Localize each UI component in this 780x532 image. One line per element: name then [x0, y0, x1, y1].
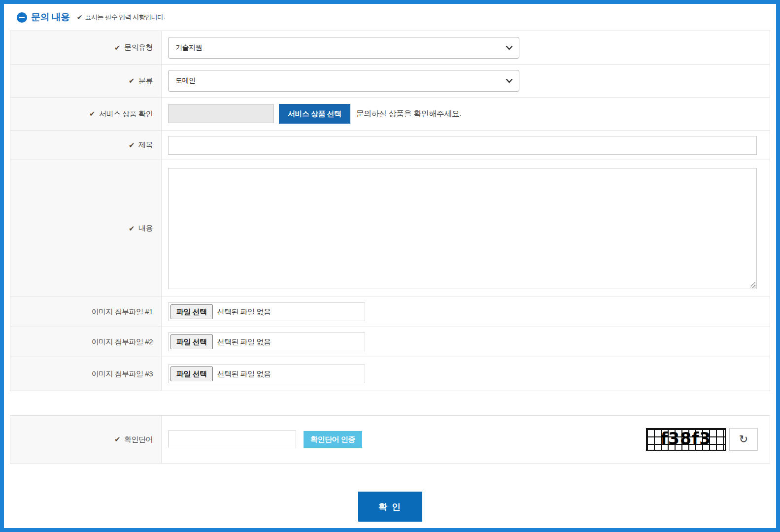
attachment-3-file-input[interactable]: 파일 선택 선택된 파일 없음: [168, 365, 365, 383]
required-note: ✔ 표시는 필수 입력 사항입니다.: [77, 13, 165, 22]
row-category: ✔ 분류 도메인: [10, 65, 770, 98]
attachment-1-file-status: 선택된 파일 없음: [217, 307, 271, 317]
service-product-help-text: 문의하실 상품을 확인해주세요.: [356, 109, 461, 119]
inquiry-type-label-cell: ✔ 문의유형: [10, 31, 162, 64]
section-title: 문의 내용: [31, 11, 70, 24]
service-product-label-cell: ✔ 서비스 상품 확인: [10, 98, 162, 130]
page-content: 문의 내용 ✔ 표시는 필수 입력 사항입니다. ✔ 문의유형 기술지원: [10, 10, 770, 522]
resize-grip-icon[interactable]: [749, 282, 755, 288]
attachment-1-label: 이미지 첨부파일 #1: [91, 307, 153, 317]
check-icon: ✔: [77, 13, 83, 21]
attachment-3-file-button[interactable]: 파일 선택: [170, 366, 213, 381]
submit-area: 확 인: [10, 492, 770, 522]
content-label: 내용: [138, 224, 153, 233]
service-product-label: 서비스 상품 확인: [99, 109, 153, 119]
captcha-image: f38f3: [646, 428, 726, 451]
service-product-input: [168, 104, 274, 123]
row-attachment-1: 이미지 첨부파일 #1 파일 선택 선택된 파일 없음: [10, 297, 770, 327]
attachment-3-value-cell: 파일 선택 선택된 파일 없음: [162, 357, 770, 391]
attachment-3-label-cell: 이미지 첨부파일 #3: [10, 357, 162, 391]
service-product-select-button[interactable]: 서비스 상품 선택: [279, 104, 350, 124]
required-check-icon: ✔: [114, 435, 120, 444]
captcha-label-cell: ✔ 확인단어: [10, 416, 162, 463]
captcha-verify-button[interactable]: 확인단어 인증: [304, 431, 362, 448]
row-title: ✔ 제목: [10, 131, 770, 160]
attachment-2-label: 이미지 첨부파일 #2: [91, 337, 153, 347]
collapse-section-icon[interactable]: [17, 12, 27, 23]
category-value-cell: 도메인: [162, 65, 770, 97]
attachment-2-value-cell: 파일 선택 선택된 파일 없음: [162, 327, 770, 357]
required-check-icon: ✔: [129, 141, 135, 150]
title-input[interactable]: [168, 136, 757, 155]
row-inquiry-type: ✔ 문의유형 기술지원: [10, 31, 770, 65]
category-selected-value: 도메인: [175, 76, 196, 85]
inquiry-table: ✔ 문의유형 기술지원 ✔ 분류 도메인: [10, 31, 770, 391]
row-service-product: ✔ 서비스 상품 확인 서비스 상품 선택 문의하실 상품을 확인해주세요.: [10, 98, 770, 131]
captcha-label: 확인단어: [124, 435, 153, 444]
inquiry-type-select[interactable]: 기술지원: [168, 37, 519, 59]
captcha-text: f38f3: [661, 431, 712, 447]
attachment-1-file-button[interactable]: 파일 선택: [170, 304, 213, 319]
attachment-3-label: 이미지 첨부파일 #3: [91, 369, 153, 379]
title-value-cell: [162, 131, 770, 160]
inquiry-type-label: 문의유형: [124, 43, 153, 52]
minus-glyph: [19, 17, 25, 18]
attachment-1-value-cell: 파일 선택 선택된 파일 없음: [162, 297, 770, 327]
chevron-down-icon: [506, 45, 513, 50]
inquiry-type-selected-value: 기술지원: [175, 43, 202, 52]
section-header: 문의 내용 ✔ 표시는 필수 입력 사항입니다.: [17, 10, 770, 24]
required-check-icon: ✔: [129, 76, 135, 85]
content-textarea[interactable]: [168, 168, 757, 289]
attachment-1-label-cell: 이미지 첨부파일 #1: [10, 297, 162, 327]
captcha-table: ✔ 확인단어 확인단어 인증 f38f3 ↻: [10, 415, 770, 464]
chevron-down-icon: [506, 78, 513, 83]
captcha-image-group: f38f3 ↻: [646, 428, 758, 451]
category-label: 분류: [138, 76, 153, 86]
captcha-value-cell: 확인단어 인증 f38f3 ↻: [162, 416, 770, 463]
row-attachment-2: 이미지 첨부파일 #2 파일 선택 선택된 파일 없음: [10, 327, 770, 357]
category-label-cell: ✔ 분류: [10, 65, 162, 97]
title-label: 제목: [138, 140, 153, 150]
row-attachment-3: 이미지 첨부파일 #3 파일 선택 선택된 파일 없음: [10, 357, 770, 391]
attachment-2-file-button[interactable]: 파일 선택: [170, 334, 213, 349]
required-check-icon: ✔: [89, 109, 95, 118]
attachment-1-file-input[interactable]: 파일 선택 선택된 파일 없음: [168, 302, 365, 321]
refresh-icon: ↻: [739, 433, 748, 446]
content-value-cell: [162, 160, 770, 297]
attachment-2-file-status: 선택된 파일 없음: [217, 337, 271, 347]
title-label-cell: ✔ 제목: [10, 131, 162, 160]
submit-button[interactable]: 확 인: [358, 492, 422, 522]
required-check-icon: ✔: [129, 224, 135, 233]
attachment-3-file-status: 선택된 파일 없음: [217, 369, 271, 379]
inquiry-form-page: 문의 내용 ✔ 표시는 필수 입력 사항입니다. ✔ 문의유형 기술지원: [0, 0, 780, 532]
row-captcha: ✔ 확인단어 확인단어 인증 f38f3 ↻: [10, 416, 770, 464]
content-label-cell: ✔ 내용: [10, 160, 162, 297]
inquiry-type-value-cell: 기술지원: [162, 31, 770, 64]
row-content: ✔ 내용: [10, 160, 770, 297]
captcha-input[interactable]: [168, 431, 296, 448]
required-check-icon: ✔: [114, 43, 120, 52]
required-note-text: 표시는 필수 입력 사항입니다.: [85, 13, 165, 22]
service-product-value-cell: 서비스 상품 선택 문의하실 상품을 확인해주세요.: [162, 98, 770, 130]
category-select[interactable]: 도메인: [168, 70, 519, 92]
captcha-refresh-button[interactable]: ↻: [729, 428, 758, 451]
attachment-2-file-input[interactable]: 파일 선택 선택된 파일 없음: [168, 332, 365, 351]
attachment-2-label-cell: 이미지 첨부파일 #2: [10, 327, 162, 357]
